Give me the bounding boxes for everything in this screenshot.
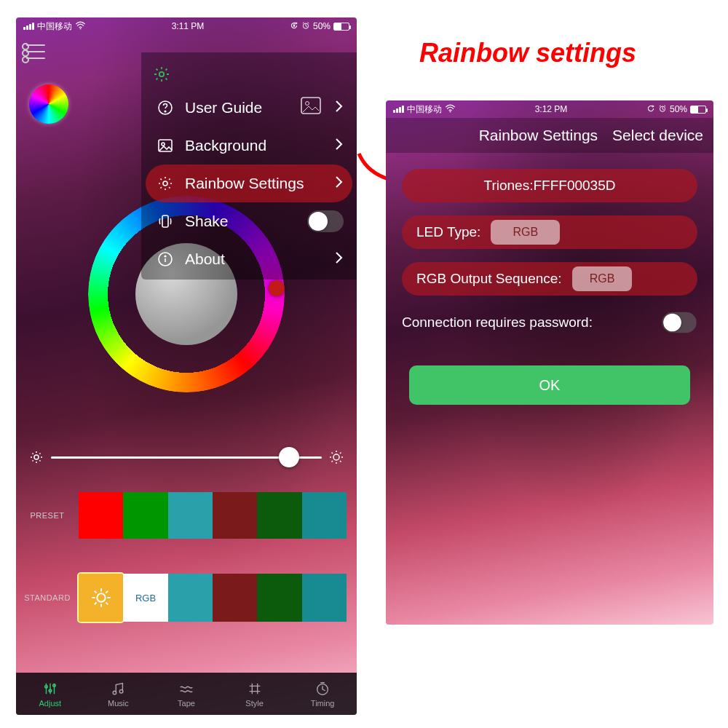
picture-icon[interactable] [300, 96, 322, 118]
tab-label: Timing [311, 699, 335, 708]
sun-large-icon [329, 450, 344, 464]
wifi-icon [445, 104, 456, 115]
gear-icon[interactable] [153, 66, 170, 86]
shake-icon [156, 212, 175, 231]
svg-point-12 [165, 111, 166, 112]
password-label: Connection requires password: [402, 314, 593, 331]
shake-toggle[interactable] [307, 210, 344, 232]
menu-item-label: Shake [185, 213, 297, 230]
password-row: Connection requires password: [402, 312, 697, 333]
password-toggle[interactable] [662, 312, 697, 333]
left-screenshot: 中国移动 3:11 PM 50% [16, 17, 357, 715]
standard-swatch[interactable] [257, 574, 301, 622]
annotation-title: Rainbow settings [419, 38, 636, 68]
clock: 3:12 PM [535, 104, 568, 114]
carrier-label: 中国移动 [37, 20, 72, 33]
menu-item-shake[interactable]: Shake [146, 202, 352, 240]
svg-point-18 [165, 256, 166, 257]
svg-rect-16 [162, 215, 168, 227]
settings-menu: User Guide Background Rainbow Settings S… [141, 52, 357, 280]
tab-tape[interactable]: Tape [152, 673, 221, 715]
chevron-right-icon [335, 99, 344, 116]
alarm-icon [658, 104, 667, 115]
screen-header: Rainbow Settings Select device [386, 118, 713, 153]
led-type-row[interactable]: LED Type: RGB [402, 215, 697, 249]
standard-label: STANDARD [16, 593, 79, 602]
tab-music[interactable]: Music [84, 673, 153, 715]
orientation-lock-icon [646, 104, 655, 115]
svg-marker-5 [296, 22, 297, 25]
menu-item-label: Background [185, 137, 325, 154]
output-sequence-label: RGB Output Sequence: [416, 271, 562, 287]
standard-swatch[interactable] [168, 574, 213, 622]
preset-swatch[interactable] [123, 492, 167, 539]
palette-shortcut-icon[interactable] [29, 84, 68, 124]
tab-label: Music [108, 699, 129, 708]
battery-pct: 50% [313, 21, 331, 31]
tab-label: Style [245, 699, 263, 708]
carrier-label: 中国移动 [407, 103, 442, 116]
slider-thumb[interactable] [279, 447, 299, 467]
hue-handle[interactable] [269, 280, 285, 296]
status-bar: 中国移动 3:11 PM 50% [16, 17, 357, 35]
page-title: Rainbow Settings [479, 127, 598, 144]
preset-swatch[interactable] [213, 492, 257, 539]
preset-swatch[interactable] [257, 492, 301, 539]
preset-label: PRESET [16, 511, 79, 520]
preset-swatch[interactable] [168, 492, 213, 539]
standard-swatch-bulb[interactable] [79, 574, 123, 622]
svg-point-8 [159, 72, 164, 76]
tab-style[interactable]: Style [221, 673, 289, 715]
battery-icon [690, 106, 706, 114]
image-icon [156, 136, 175, 155]
wifi-icon [75, 21, 86, 32]
menu-icon[interactable] [26, 44, 45, 59]
svg-point-19 [34, 455, 39, 459]
standard-row: STANDARD RGB [16, 574, 347, 622]
info-icon [156, 250, 175, 269]
output-sequence-value[interactable]: RGB [572, 266, 633, 291]
svg-point-21 [97, 593, 105, 601]
ok-label: OK [539, 377, 561, 394]
device-name: Triones:FFFF00035D [484, 178, 616, 194]
led-type-label: LED Type: [416, 224, 480, 240]
output-sequence-row[interactable]: RGB Output Sequence: RGB [402, 262, 697, 296]
led-type-value[interactable]: RGB [491, 220, 560, 245]
preset-swatch[interactable] [302, 492, 347, 539]
preset-swatch[interactable] [79, 492, 123, 539]
ok-button[interactable]: OK [409, 365, 690, 405]
svg-point-10 [306, 102, 309, 106]
svg-point-26 [120, 689, 124, 693]
brightness-slider[interactable] [29, 443, 344, 472]
battery-pct: 50% [670, 104, 687, 114]
menu-item-about[interactable]: About [146, 240, 352, 278]
device-pill[interactable]: Triones:FFFF00035D [402, 169, 697, 202]
standard-swatch-rgb[interactable]: RGB [123, 574, 167, 622]
preset-row: PRESET [16, 492, 347, 539]
menu-item-background[interactable]: Background [146, 127, 352, 165]
menu-item-label: Rainbow Settings [185, 175, 325, 192]
select-device-button[interactable]: Select device [612, 127, 703, 144]
gear-icon [156, 174, 175, 193]
standard-swatch[interactable] [213, 574, 257, 622]
svg-marker-29 [652, 105, 654, 108]
chevron-right-icon [335, 250, 344, 268]
chevron-right-icon [335, 137, 344, 154]
tab-adjust[interactable]: Adjust [16, 673, 84, 715]
right-screenshot: 中国移动 3:12 PM 50% Rainbow Settings Select… [386, 100, 713, 625]
tab-timing[interactable]: Timing [288, 673, 357, 715]
slider-track[interactable] [51, 456, 322, 459]
clock: 3:11 PM [172, 21, 205, 31]
menu-item-rainbow-settings[interactable]: Rainbow Settings [146, 165, 352, 202]
svg-point-28 [450, 111, 451, 112]
question-icon [156, 98, 175, 117]
menu-item-label: About [185, 250, 325, 268]
svg-rect-6 [293, 24, 295, 26]
status-bar: 中国移动 3:12 PM 50% [386, 100, 713, 118]
chevron-right-icon [335, 175, 344, 192]
svg-point-4 [80, 28, 82, 29]
orientation-lock-icon [290, 21, 298, 32]
svg-point-15 [163, 181, 167, 186]
standard-swatch[interactable] [302, 574, 347, 622]
alarm-icon [301, 21, 310, 32]
